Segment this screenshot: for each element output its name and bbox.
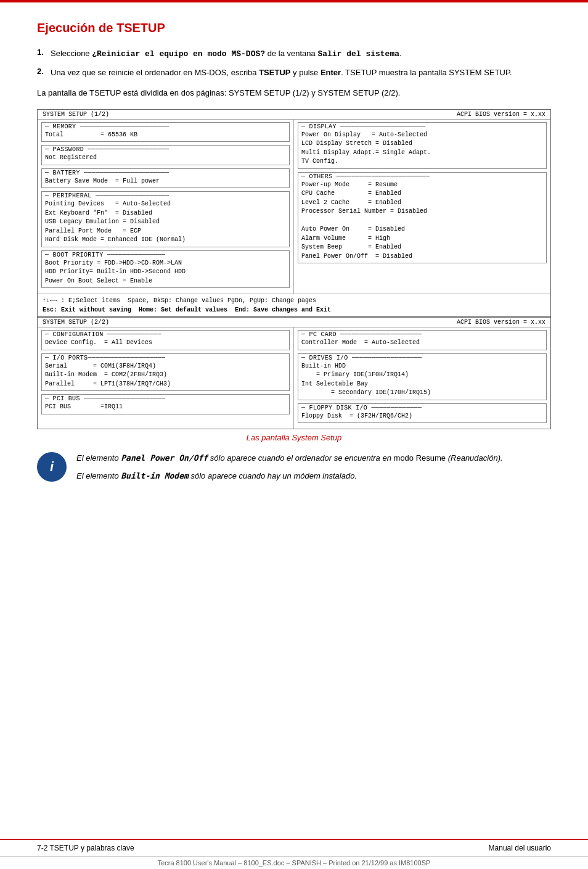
info-paragraph-1: El elemento Panel Power On/Off sólo apar… bbox=[76, 452, 503, 465]
builtin-modem-code: Built-in Modem bbox=[121, 471, 189, 480]
battery-section: ─ BATTERY ────────────────────── Battery… bbox=[41, 168, 290, 189]
password-section: ─ PASSWORD ───────────────────── Not Reg… bbox=[41, 145, 290, 165]
screen-caption: Las pantalla System Setup bbox=[37, 433, 551, 442]
boot-content: Boot Priority = FDD->HDD->CD-ROM->LAN HD… bbox=[45, 259, 286, 286]
footer-line-1: ↑↓←→ : E;Select items Space, BkSp: Chang… bbox=[43, 296, 545, 305]
page-footer: 7-2 TSETUP y palabras clave Manual del u… bbox=[0, 839, 588, 856]
footer-right: Manual del usuario bbox=[489, 844, 551, 852]
floppy-content: Floppy Disk = (3F2H/IRQ6/CH2) bbox=[301, 412, 543, 421]
config-label: ─ CONFIGURATION ────────────── bbox=[45, 331, 286, 338]
pci-content: PCI BUS =IRQ11 bbox=[45, 403, 286, 412]
setup-1-right-col: ─ DISPLAY ────────────────────── Power O… bbox=[294, 120, 550, 294]
setup-screen-1: SYSTEM SETUP (1/2) ACPI BIOS version = x… bbox=[37, 109, 551, 318]
footer-left: 7-2 TSETUP y palabras clave bbox=[37, 844, 134, 852]
battery-content: Battery Save Mode = Full power bbox=[45, 177, 286, 186]
setup-1-left-col: ─ MEMORY ─────────────────────── Total =… bbox=[38, 120, 294, 294]
setup-2-left-col: ─ CONFIGURATION ────────────── Device Co… bbox=[38, 327, 294, 429]
floppy-section: ─ FLOPPY DISK I/O ───────────── Floppy D… bbox=[298, 403, 547, 424]
steps-list: 1. Seleccione ¿Reiniciar el equipo en mo… bbox=[37, 47, 551, 78]
io-ports-section: ─ I/O PORTS──────────────────── Serial =… bbox=[41, 353, 290, 392]
memory-section: ─ MEMORY ─────────────────────── Total =… bbox=[41, 122, 290, 142]
step-1-number: 1. bbox=[37, 47, 51, 57]
step-2-number: 2. bbox=[37, 67, 51, 76]
setup-2-right-col: ─ PC CARD ───────────────────── Controll… bbox=[294, 327, 550, 429]
footer-doc: Tecra 8100 User's Manual – 8100_ES.doc –… bbox=[0, 856, 588, 869]
peripheral-label: ─ PERIPHERAL ─────────────────── bbox=[45, 192, 286, 199]
battery-label: ─ BATTERY ────────────────────── bbox=[45, 170, 286, 176]
display-section: ─ DISPLAY ────────────────────── Power O… bbox=[298, 122, 547, 169]
setup-2-header: SYSTEM SETUP (2/2) ACPI BIOS version = x… bbox=[38, 318, 550, 327]
panel-power-code: Panel Power On/Off bbox=[121, 453, 208, 463]
setup-1-header: SYSTEM SETUP (1/2) ACPI BIOS version = x… bbox=[38, 110, 550, 120]
setup-screen-2: SYSTEM SETUP (2/2) ACPI BIOS version = x… bbox=[37, 317, 551, 429]
others-content: Power-up Mode = Resume CPU Cache = Enabl… bbox=[301, 181, 543, 262]
setup-1-header-right: ACPI BIOS version = x.xx bbox=[457, 111, 545, 118]
password-label: ─ PASSWORD ───────────────────── bbox=[45, 146, 286, 153]
config-content: Device Config. = All Devices bbox=[45, 339, 286, 348]
step-2-tsetup: TSETUP bbox=[259, 68, 290, 77]
step-1-text: Seleccione ¿Reiniciar el equipo en modo … bbox=[51, 47, 402, 60]
page-container: Ejecución de TSETUP 1. Seleccione ¿Reini… bbox=[0, 0, 588, 869]
io-label: ─ I/O PORTS──────────────────── bbox=[45, 355, 286, 361]
info-paragraph-2: El elemento Built-in Modem sólo aparece … bbox=[76, 470, 503, 483]
page-title: Ejecución de TSETUP bbox=[37, 21, 551, 35]
step-1-code2: Salir del sistema bbox=[317, 49, 399, 59]
memory-content: Total = 65536 KB bbox=[45, 131, 286, 140]
step-1-code: ¿Reiniciar el equipo en modo MS-DOS? bbox=[92, 49, 265, 59]
pc-card-section: ─ PC CARD ───────────────────── Controll… bbox=[298, 330, 547, 350]
setup-2-header-left: SYSTEM SETUP (2/2) bbox=[43, 319, 109, 326]
pc-card-label: ─ PC CARD ───────────────────── bbox=[301, 331, 543, 338]
peripheral-section: ─ PERIPHERAL ─────────────────── Pointin… bbox=[41, 191, 290, 247]
io-content: Serial = COM1(3F8H/IRQ4) Built-in Modem … bbox=[45, 362, 286, 389]
pci-bus-section: ─ PCI BUS ───────────────────── PCI BUS … bbox=[41, 394, 290, 414]
setup-2-header-right: ACPI BIOS version = x.xx bbox=[457, 319, 545, 326]
drives-label: ─ DRIVES I/O ────────────────── bbox=[301, 355, 543, 361]
step-2-text: Una vez que se reinicie el ordenador en … bbox=[51, 67, 512, 79]
display-label: ─ DISPLAY ────────────────────── bbox=[301, 123, 543, 130]
info-icon: i bbox=[37, 452, 67, 482]
others-label: ─ OTHERS ──────────────────────── bbox=[301, 173, 543, 180]
setup-1-footer: ↑↓←→ : E;Select items Space, BkSp: Chang… bbox=[38, 294, 550, 316]
content-area: Ejecución de TSETUP 1. Seleccione ¿Reini… bbox=[0, 2, 588, 675]
step-2-enter: Enter bbox=[321, 68, 341, 77]
step-2: 2. Una vez que se reinicie el ordenador … bbox=[37, 67, 551, 79]
info-text-content: El elemento Panel Power On/Off sólo apar… bbox=[76, 452, 503, 488]
drives-io-section: ─ DRIVES I/O ────────────────── Built-in… bbox=[298, 353, 547, 400]
others-section: ─ OTHERS ──────────────────────── Power-… bbox=[298, 172, 547, 264]
pc-card-content: Controller Mode = Auto-Selected bbox=[301, 339, 543, 348]
boot-label: ─ BOOT PRIORITY ─────────────── bbox=[45, 252, 286, 258]
setup-1-header-left: SYSTEM SETUP (1/2) bbox=[43, 111, 109, 118]
floppy-label: ─ FLOPPY DISK I/O ───────────── bbox=[301, 405, 543, 411]
intro-paragraph: La pantalla de TSETUP está dividida en d… bbox=[37, 87, 551, 99]
peripheral-content: Pointing Devices = Auto-Selected Ext Key… bbox=[45, 200, 286, 245]
pci-label: ─ PCI BUS ───────────────────── bbox=[45, 395, 286, 402]
info-box: i El elemento Panel Power On/Off sólo ap… bbox=[37, 452, 551, 488]
memory-label: ─ MEMORY ─────────────────────── bbox=[45, 123, 286, 130]
configuration-section: ─ CONFIGURATION ────────────── Device Co… bbox=[41, 330, 290, 350]
drives-content: Built-in HDD = Primary IDE(1F0H/IRQ14) I… bbox=[301, 362, 543, 398]
step-1: 1. Seleccione ¿Reiniciar el equipo en mo… bbox=[37, 47, 551, 60]
password-content: Not Registered bbox=[45, 154, 286, 163]
footer-line-2: Esc: Exit without saving Home: Set defau… bbox=[43, 305, 545, 315]
display-content: Power On Display = Auto-Selected LCD Dis… bbox=[301, 131, 543, 167]
boot-priority-section: ─ BOOT PRIORITY ─────────────── Boot Pri… bbox=[41, 250, 290, 289]
